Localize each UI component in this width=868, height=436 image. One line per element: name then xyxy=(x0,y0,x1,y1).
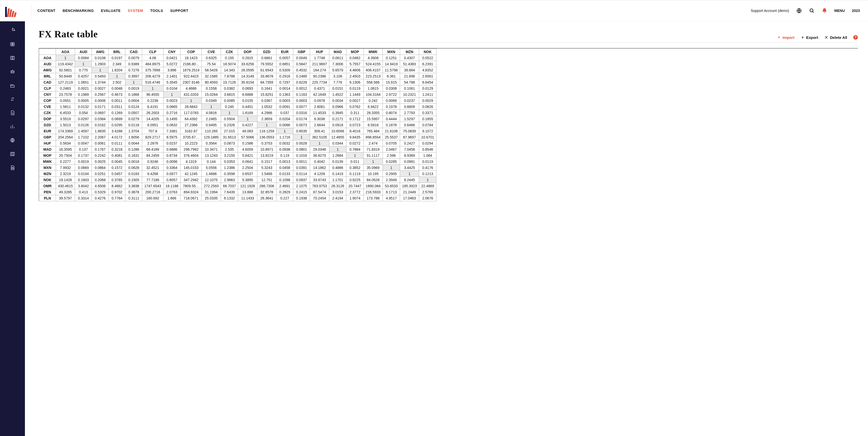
cell-COP-CZK[interactable]: 0.0085 xyxy=(221,98,238,104)
cell-NOK-AOA[interactable]: 19.1428 xyxy=(56,177,75,183)
document-icon[interactable] xyxy=(9,110,16,116)
cell-CLP-CVE[interactable]: 0.1558 xyxy=(202,86,221,92)
cell-HUF-MXN[interactable]: 0.0705 xyxy=(383,140,400,146)
row-OMR[interactable]: OMR xyxy=(39,183,56,189)
cell-MWK-EUR[interactable]: 0.0013 xyxy=(276,159,293,165)
cell-MWK-CAD[interactable]: 0.0018 xyxy=(125,159,142,165)
cell-PLN-CVE[interactable]: 25.0335 xyxy=(202,195,221,201)
cell-MXN-MXN[interactable]: 1 xyxy=(383,165,400,171)
cell-AUD-CNY[interactable]: 5.0272 xyxy=(163,61,181,67)
cell-CLP-DZD[interactable]: 0.1641 xyxy=(257,86,276,92)
cell-PEN-EUR[interactable]: 0.2829 xyxy=(276,189,293,195)
cell-CVE-AUD[interactable]: 0.0132 xyxy=(75,104,92,110)
cell-HUF-CLP[interactable]: 2.2876 xyxy=(142,140,163,146)
cell-CAD-BRL[interactable]: 2.502 xyxy=(108,79,125,86)
cell-GBP-HUF[interactable]: 362.5105 xyxy=(310,134,329,140)
cell-CAD-MXN[interactable]: 15.915 xyxy=(383,79,400,86)
cell-CZK-AWG[interactable]: 0.0697 xyxy=(92,110,108,116)
nav-evaluate[interactable]: EVALUATE xyxy=(101,9,121,13)
cell-BRL-COP[interactable]: 922.4423 xyxy=(181,73,202,79)
cell-COP-AOA[interactable]: 0.0551 xyxy=(56,98,75,104)
col-NOK[interactable]: NOK xyxy=(419,49,436,55)
row-CVE[interactable]: CVE xyxy=(39,104,56,110)
cell-COP-HUF[interactable]: 0.0978 xyxy=(310,98,329,104)
cell-NOK-COP[interactable]: 347.2942 xyxy=(181,177,202,183)
cell-MWK-MXN[interactable]: 0.0285 xyxy=(383,159,400,165)
cell-CAD-CVE[interactable]: 80.4593 xyxy=(202,79,221,86)
cell-MAD-AUD[interactable]: 0.137 xyxy=(75,146,92,153)
globe-icon[interactable] xyxy=(796,8,802,13)
cell-MWK-AUD[interactable]: 0.0019 xyxy=(75,159,92,165)
cell-PEN-AOA[interactable]: 49.3285 xyxy=(56,189,75,195)
row-HUF[interactable]: HUF xyxy=(39,140,56,146)
cell-CVE-CZK[interactable]: 0.245 xyxy=(221,104,238,110)
cell-CVE-EUR[interactable]: 0.0091 xyxy=(276,104,293,110)
cell-OMR-AOA[interactable]: 430.4615 xyxy=(56,183,75,189)
cell-OMR-MWK[interactable]: 1890.084 xyxy=(364,183,382,189)
cell-GBP-CZK[interactable]: 31.6513 xyxy=(221,134,238,140)
col-AUD[interactable]: AUD xyxy=(75,49,92,55)
cell-MXN-HUF[interactable]: 14.1862 xyxy=(310,165,329,171)
row-CNY[interactable]: CNY xyxy=(39,92,56,98)
cell-MOP-HUF[interactable]: 36.8275 xyxy=(310,153,329,159)
cell-AUD-EUR[interactable]: 0.6851 xyxy=(276,61,293,67)
cell-BRL-HUF[interactable]: 90.2386 xyxy=(310,73,329,79)
cell-CNY-GBP[interactable]: 0.1163 xyxy=(293,92,310,98)
cell-DZD-MAD[interactable]: 0.0918 xyxy=(329,122,346,128)
cell-BRL-AWG[interactable]: 0.5493 xyxy=(92,73,108,79)
columns-icon[interactable] xyxy=(9,55,16,61)
cell-MAD-MWK[interactable]: 71.8319 xyxy=(364,146,382,153)
cell-NOK-MXN[interactable]: 2.3949 xyxy=(383,177,400,183)
cell-DOP-DZD[interactable]: 2.3659 xyxy=(257,116,276,122)
cell-MXN-EUR[interactable]: 0.0458 xyxy=(276,165,293,171)
row-MAD[interactable]: MAD xyxy=(39,146,56,153)
cell-CAD-CZK[interactable]: 19.7126 xyxy=(221,79,238,86)
cell-AWG-BRL[interactable]: 1.8204 xyxy=(108,67,125,73)
cell-MXN-CVE[interactable]: 5.0556 xyxy=(202,165,221,171)
cell-AUD-CLP[interactable]: 484.8975 xyxy=(142,61,163,67)
cell-COP-CVE[interactable]: 0.0349 xyxy=(202,98,221,104)
cell-NOK-BRL[interactable]: 0.3765 xyxy=(108,177,125,183)
cell-DZD-MZN[interactable]: 0.6466 xyxy=(400,122,419,128)
nav-content[interactable]: CONTENT xyxy=(37,9,56,13)
cell-CAD-HUF[interactable]: 225.7734 xyxy=(310,79,329,86)
cell-AWG-CNY[interactable]: 3.896 xyxy=(163,67,181,73)
cell-MOP-DZD[interactable]: 13.8219 xyxy=(257,153,276,159)
cell-AWG-AWG[interactable]: 1 xyxy=(92,67,108,73)
row-AWG[interactable]: AWG xyxy=(39,67,56,73)
cell-COP-MAD[interactable]: 0.0034 xyxy=(329,98,346,104)
cell-MXN-AUD[interactable]: 0.0669 xyxy=(75,165,92,171)
cell-BRL-GBP[interactable]: 0.2489 xyxy=(293,73,310,79)
cell-BRL-AOA[interactable]: 50.8449 xyxy=(56,73,75,79)
cell-EUR-DZD[interactable]: 116.1259 xyxy=(257,128,276,134)
cell-NOK-MZN[interactable]: 8.2445 xyxy=(400,177,419,183)
cell-MZN-CAD[interactable]: 0.0183 xyxy=(125,171,142,177)
cell-DZD-MXN[interactable]: 0.1878 xyxy=(383,122,400,128)
cell-MWK-MWK[interactable]: 1 xyxy=(364,159,382,165)
cell-OMR-CZK[interactable]: 66.7037 xyxy=(221,183,238,189)
cell-OMR-AWG[interactable]: 4.6506 xyxy=(92,183,108,189)
cell-DOP-EUR[interactable]: 0.0204 xyxy=(276,116,293,122)
cell-MAD-AOA[interactable]: 16.3595 xyxy=(56,146,75,153)
cell-PLN-HUF[interactable]: 70.2454 xyxy=(310,195,329,201)
cell-AOA-CNY[interactable]: 0.0421 xyxy=(163,55,181,61)
cell-EUR-CVE[interactable]: 110.265 xyxy=(202,128,221,134)
cell-GBP-GBP[interactable]: 1 xyxy=(293,134,310,140)
row-EUR[interactable]: EUR xyxy=(39,128,56,134)
cell-CAD-CAD[interactable]: 1 xyxy=(125,79,142,86)
cell-MOP-CVE[interactable]: 13.1243 xyxy=(202,153,221,159)
cell-CNY-BRL[interactable]: 0.4673 xyxy=(108,92,125,98)
cell-HUF-CZK[interactable]: 0.0873 xyxy=(221,140,238,146)
col-MWK[interactable]: MWK xyxy=(364,49,382,55)
cell-AWG-GBP[interactable]: 0.4532 xyxy=(293,67,310,73)
globe-box-icon[interactable] xyxy=(9,41,16,47)
cell-CZK-CVE[interactable]: 4.0816 xyxy=(202,110,221,116)
cell-CNY-CAD[interactable]: 0.1868 xyxy=(125,92,142,98)
cell-OMR-MOP[interactable]: 20.7447 xyxy=(346,183,364,189)
cell-MXN-MZN[interactable]: 3.4425 xyxy=(400,165,419,171)
col-CZK[interactable]: CZK xyxy=(221,49,238,55)
col-CAD[interactable]: CAD xyxy=(125,49,142,55)
cell-COP-AWG[interactable]: 0.0006 xyxy=(92,98,108,104)
cell-COP-DZD[interactable]: 0.0367 xyxy=(257,98,276,104)
cell-DZD-NOK[interactable]: 0.0784 xyxy=(419,122,436,128)
